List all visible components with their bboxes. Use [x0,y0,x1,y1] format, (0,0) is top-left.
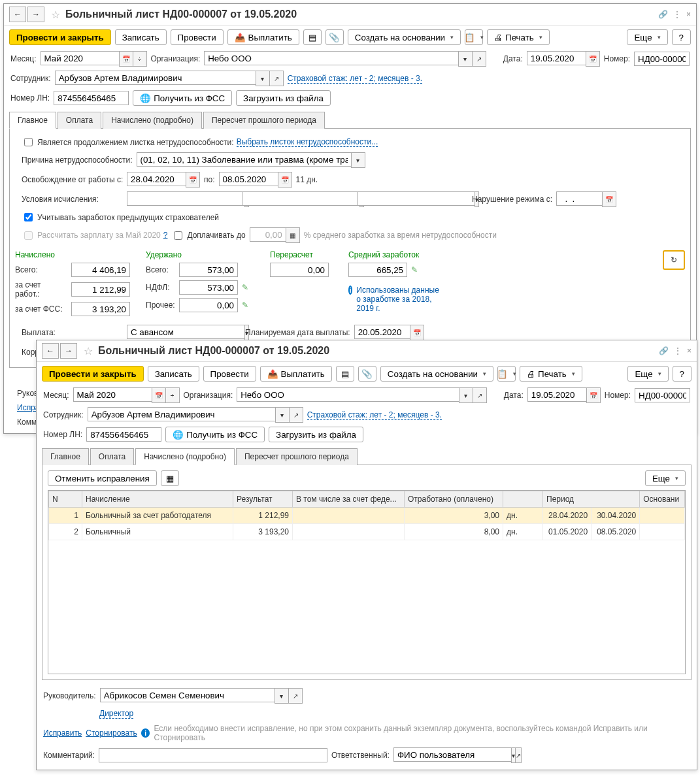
close-icon[interactable]: × [686,10,691,19]
menu-icon[interactable]: ⋮ [673,10,681,19]
menu-icon[interactable]: ⋮ [674,346,682,355]
fss-button[interactable]: 🌐 Получить из ФСС [165,427,265,440]
total-input[interactable] [71,263,130,277]
emp-input[interactable] [88,407,275,421]
ndfl-input[interactable] [179,280,238,295]
month-input[interactable] [41,51,119,65]
print-button[interactable]: 🖨 Печать [520,366,582,382]
tab-pay[interactable]: Оплата [58,112,101,129]
extra-checkbox[interactable] [174,231,182,240]
num-input[interactable] [634,52,690,66]
violation-input[interactable] [556,191,602,206]
ln-input[interactable] [86,427,161,440]
tabs: Главное Оплата Начислено (подробно) Пере… [9,111,691,129]
from-input[interactable] [127,172,186,186]
pencil-icon[interactable]: ✎ [242,283,248,292]
report-icon[interactable]: ▤ [303,29,322,45]
extra-hint: % среднего заработка за время нетрудоспо… [304,231,497,240]
extra-input[interactable] [250,227,286,242]
create-based-button[interactable]: Создать на основании [348,29,461,45]
pay-button[interactable]: 📤 Выплатить [227,29,299,45]
continuation-label: Является продолжением листка нетрудоспос… [37,138,234,147]
open-icon[interactable]: ↗ [473,51,486,67]
spin-icon[interactable]: ÷ [133,51,147,67]
tab-recalc[interactable]: Пересчет прошлого периода [203,112,325,129]
org-input[interactable] [237,387,459,402]
continuation-checkbox[interactable] [24,138,33,146]
post-close-button[interactable]: Провести и закрыть [9,29,111,45]
copy-icon[interactable]: 📋 [465,29,483,45]
cond2-input[interactable] [242,191,359,206]
pay-button[interactable]: 📤 Выплатить [260,366,332,382]
info-icon: i [348,286,352,295]
org-input[interactable] [204,51,458,65]
emp-input[interactable] [55,71,256,85]
dedtotal-input[interactable] [179,263,238,277]
select-leaf-link[interactable]: Выбрать листок нетрудоспособности... [237,137,378,147]
link-icon[interactable]: 🔗 [659,346,669,355]
prev-insurer-checkbox[interactable] [24,213,33,221]
report-icon[interactable]: ▤ [336,366,354,382]
nav-forward[interactable]: → [60,343,77,359]
more-button[interactable]: Еще [627,29,667,45]
date-input[interactable] [527,51,586,65]
pencil-icon[interactable]: ✎ [242,301,248,310]
cond1-input[interactable] [127,191,244,206]
help-button[interactable]: ? [672,29,691,45]
post-button[interactable]: Провести [171,29,224,45]
window-title: Больничный лист НД00-000007 от 19.05.202… [65,8,658,20]
info-text: Использованы данные о заработке за 2018,… [356,286,440,313]
reason-input[interactable] [137,152,351,167]
reason-label: Причина нетрудоспособности: [22,155,133,165]
ln-input[interactable] [54,91,129,105]
cond3-input[interactable] [357,191,475,206]
attach-icon[interactable]: 📎 [325,29,344,45]
dropdown-icon[interactable]: ▾ [458,51,473,67]
payout-label: Выплата: [22,328,123,337]
create-based-button[interactable]: Создать на основании [380,366,493,382]
nav-back[interactable]: ← [9,7,26,22]
recalc-input[interactable] [270,263,329,277]
other-input[interactable] [179,298,238,312]
close-icon[interactable]: × [687,346,692,355]
tab-main[interactable]: Главное [9,112,56,129]
prev-insurer-label: Учитывать заработок предыдущих страховат… [37,213,219,222]
to-input[interactable] [219,172,278,186]
tab-detail[interactable]: Начислено (подробно) [103,112,202,129]
stazh-link[interactable]: Страховой стаж: лет - 2; месяцев - 3. [288,74,422,84]
favorite-icon[interactable]: ☆ [81,344,95,358]
print-button[interactable]: 🖨 Печать [487,29,550,45]
month-input[interactable] [73,387,152,402]
save-button[interactable]: Записать [148,366,199,382]
more-button[interactable]: Еще [627,366,668,382]
load-file-button[interactable]: Загрузить из файла [269,427,363,440]
cal-icon[interactable]: 📅 [586,51,600,67]
days-text: 11 дн. [296,175,318,184]
fssacc-input[interactable] [71,302,130,316]
favorite-icon[interactable]: ☆ [48,7,63,22]
deducted-header: Удержано [146,250,257,259]
payout-input[interactable] [127,325,244,339]
post-close-button[interactable]: Провести и закрыть [42,366,144,382]
recalc-header: Перерасчет [270,250,335,259]
refresh-button[interactable]: ↻ [663,250,685,270]
cal-icon[interactable]: 📅 [119,51,133,67]
fss-button[interactable]: 🌐 Получить из ФСС [133,90,232,106]
save-button[interactable]: Записать [115,29,167,45]
pencil-icon[interactable]: ✎ [411,265,418,274]
stazh-link[interactable]: Страховой стаж: лет - 2; месяцев - 3. [307,410,442,420]
attach-icon[interactable]: 📎 [358,366,376,382]
copy-icon[interactable]: 📋 [497,366,516,382]
avg-input[interactable] [348,263,407,277]
date-label: Дата: [503,54,523,63]
nav-forward[interactable]: → [27,7,44,22]
empacc-input[interactable] [71,282,130,297]
nav-back[interactable]: ← [42,343,59,359]
load-file-button[interactable]: Загрузить из файла [236,90,331,106]
help-button[interactable]: ? [673,366,692,382]
date-input[interactable] [527,387,586,402]
link-icon[interactable]: 🔗 [658,10,668,19]
num-input[interactable] [635,388,690,402]
planned-input[interactable] [354,325,410,339]
post-button[interactable]: Провести [203,366,256,382]
